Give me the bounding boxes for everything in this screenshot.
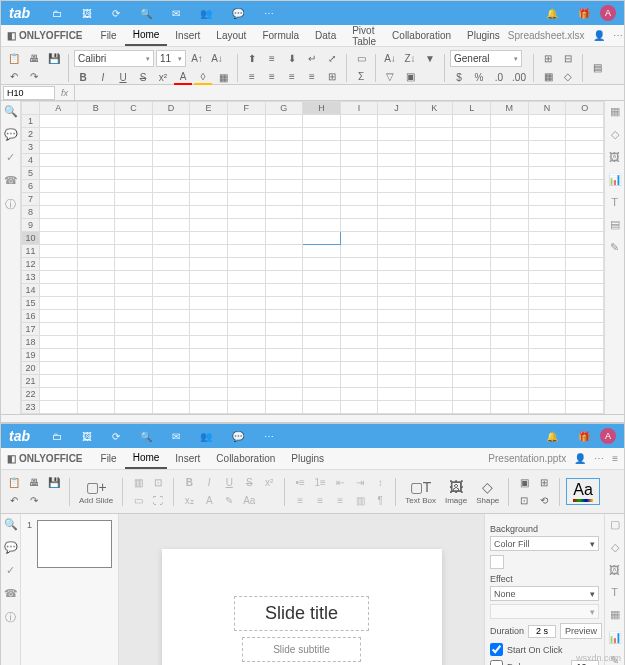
bell-icon[interactable]: 🔔 bbox=[546, 8, 558, 19]
cell[interactable] bbox=[528, 206, 566, 219]
cell[interactable] bbox=[265, 401, 303, 414]
cell[interactable] bbox=[528, 141, 566, 154]
image-settings-icon[interactable]: 🖼 bbox=[609, 151, 620, 163]
menu-collab[interactable]: Collaboration bbox=[384, 26, 459, 45]
cell[interactable] bbox=[378, 310, 416, 323]
cell[interactable] bbox=[77, 115, 115, 128]
col-header[interactable]: E bbox=[190, 102, 228, 115]
cell[interactable] bbox=[303, 349, 341, 362]
cell[interactable] bbox=[340, 336, 378, 349]
cell[interactable] bbox=[265, 167, 303, 180]
currency-icon[interactable]: $ bbox=[450, 69, 468, 85]
cell[interactable] bbox=[77, 193, 115, 206]
cell[interactable] bbox=[190, 310, 228, 323]
cell[interactable] bbox=[115, 232, 153, 245]
cell[interactable] bbox=[227, 388, 265, 401]
folder-icon[interactable]: 🗀 bbox=[52, 8, 62, 19]
text-settings-icon[interactable]: T bbox=[611, 196, 618, 208]
super-icon[interactable]: x² bbox=[154, 69, 172, 85]
expand-icon[interactable]: ⛶ bbox=[149, 493, 167, 509]
user-icon[interactable]: 👤 bbox=[593, 30, 605, 41]
row-header[interactable]: 3 bbox=[22, 141, 40, 154]
cell[interactable] bbox=[39, 401, 77, 414]
cell[interactable] bbox=[115, 401, 153, 414]
cell[interactable] bbox=[77, 219, 115, 232]
col-header[interactable]: A bbox=[39, 102, 77, 115]
cell[interactable] bbox=[77, 297, 115, 310]
cell[interactable] bbox=[115, 193, 153, 206]
cell[interactable] bbox=[152, 141, 190, 154]
cell[interactable] bbox=[115, 141, 153, 154]
cell[interactable] bbox=[491, 323, 529, 336]
row-header[interactable]: 9 bbox=[22, 219, 40, 232]
cell[interactable] bbox=[265, 245, 303, 258]
cell[interactable] bbox=[39, 349, 77, 362]
cell[interactable] bbox=[39, 193, 77, 206]
strike-icon[interactable]: S bbox=[134, 69, 152, 85]
cell[interactable] bbox=[415, 219, 453, 232]
borders-icon[interactable]: ▦ bbox=[214, 69, 232, 85]
cell[interactable] bbox=[453, 193, 491, 206]
save-icon[interactable]: 💾 bbox=[45, 475, 63, 491]
row-header[interactable]: 21 bbox=[22, 375, 40, 388]
cell[interactable] bbox=[491, 375, 529, 388]
search-icon[interactable]: 🔍 bbox=[140, 431, 152, 442]
cell[interactable] bbox=[491, 258, 529, 271]
cell[interactable] bbox=[115, 180, 153, 193]
cell[interactable] bbox=[303, 271, 341, 284]
cell[interactable] bbox=[190, 206, 228, 219]
onlyoffice-brand[interactable]: ◧ ONLYOFFICE bbox=[7, 30, 83, 41]
cell[interactable] bbox=[528, 388, 566, 401]
cell[interactable] bbox=[491, 271, 529, 284]
cell[interactable] bbox=[265, 180, 303, 193]
cell[interactable] bbox=[39, 115, 77, 128]
avatar[interactable]: A bbox=[600, 5, 616, 21]
print-icon[interactable]: 🖶 bbox=[25, 51, 43, 67]
cell[interactable] bbox=[415, 323, 453, 336]
align-bot-icon[interactable]: ⬇ bbox=[283, 51, 301, 67]
reset-icon[interactable]: ⊡ bbox=[149, 475, 167, 491]
cell[interactable] bbox=[453, 154, 491, 167]
cell[interactable] bbox=[265, 388, 303, 401]
cell[interactable] bbox=[227, 323, 265, 336]
font-size-combo[interactable]: 11▾ bbox=[156, 50, 186, 67]
cell[interactable] bbox=[528, 115, 566, 128]
cell[interactable] bbox=[77, 349, 115, 362]
mail-icon[interactable]: ✉ bbox=[172, 8, 180, 19]
cell[interactable] bbox=[190, 232, 228, 245]
cell[interactable] bbox=[227, 297, 265, 310]
cell[interactable] bbox=[115, 154, 153, 167]
cell[interactable] bbox=[227, 375, 265, 388]
collapse-icon[interactable]: ≡ bbox=[612, 453, 618, 464]
cell[interactable] bbox=[453, 271, 491, 284]
cell[interactable] bbox=[115, 388, 153, 401]
row-header[interactable]: 15 bbox=[22, 297, 40, 310]
cell[interactable] bbox=[77, 206, 115, 219]
more-icon[interactable]: ⋯ bbox=[264, 8, 274, 19]
col-header[interactable]: O bbox=[566, 102, 604, 115]
cell[interactable] bbox=[115, 349, 153, 362]
cell[interactable] bbox=[415, 349, 453, 362]
row-header[interactable]: 14 bbox=[22, 284, 40, 297]
cell[interactable] bbox=[190, 141, 228, 154]
shape-settings-icon[interactable]: ◇ bbox=[611, 541, 619, 554]
row-header[interactable]: 2 bbox=[22, 128, 40, 141]
cell[interactable] bbox=[453, 375, 491, 388]
redo-icon[interactable]: ↷ bbox=[25, 493, 43, 509]
col-header[interactable]: M bbox=[491, 102, 529, 115]
cell[interactable] bbox=[566, 206, 604, 219]
col-header[interactable]: L bbox=[453, 102, 491, 115]
cell[interactable] bbox=[227, 336, 265, 349]
cell[interactable] bbox=[39, 206, 77, 219]
cell[interactable] bbox=[415, 401, 453, 414]
cell[interactable] bbox=[378, 206, 416, 219]
cell[interactable] bbox=[39, 388, 77, 401]
print-icon[interactable]: 🖶 bbox=[25, 475, 43, 491]
merge-icon[interactable]: ⊞ bbox=[323, 69, 341, 85]
cell[interactable] bbox=[453, 401, 491, 414]
row-header[interactable]: 11 bbox=[22, 245, 40, 258]
col-header[interactable]: N bbox=[528, 102, 566, 115]
align-mid-icon[interactable]: ≡ bbox=[263, 51, 281, 67]
menu-home[interactable]: Home bbox=[125, 25, 168, 46]
cell[interactable] bbox=[227, 154, 265, 167]
